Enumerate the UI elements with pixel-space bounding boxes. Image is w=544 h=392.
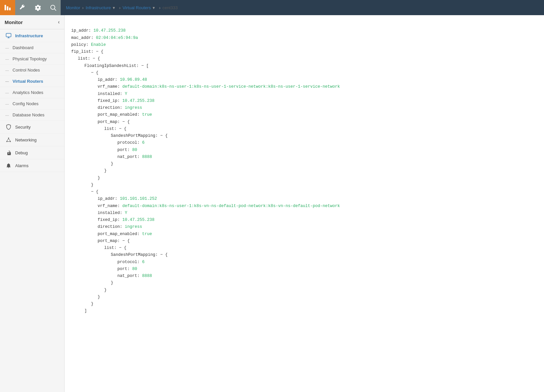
breadcrumb-sep-1: › [82,5,83,10]
sidebar-title: Monitor [5,19,23,25]
svg-line-4 [54,9,56,11]
line-portmap-enabled2: port_map_enabled: true [71,232,152,236]
monitor-button[interactable] [0,0,15,15]
line-proto2: protocol: 6 [71,260,145,264]
breadcrumb-current: cent333 [163,5,178,10]
sidebar-item-alarms[interactable]: Alarms [0,159,64,172]
sidebar-item-debug[interactable]: Debug [0,146,64,159]
computer-icon [5,33,13,39]
sidebar-security-label: Security [15,125,31,130]
settings-button[interactable] [30,0,45,15]
line-vrf2: vrf_name: default-domain:k8s-ns-user-1:k… [71,204,340,208]
sidebar-header: Monitor ‹ [0,15,64,29]
line-close4: } [71,176,100,180]
line-policy: policy: Enable [71,43,106,47]
line-floating: FloatingIpSandeshList: − [ [71,64,149,68]
line-ip-addr: ip_addr: 10.47.255.238 [71,28,126,33]
svg-rect-1 [7,6,9,10]
breadcrumb-sep-2: ▾ [113,5,115,10]
sidebar-item-config-nodes[interactable]: Config Nodes [0,98,64,109]
line-installed1: installed: Y [71,92,127,96]
configure-button[interactable] [15,0,30,15]
breadcrumb-virtual-routers[interactable]: Virtual Routers [123,5,151,10]
line-dash2: − { [71,190,99,194]
svg-rect-0 [5,5,6,11]
sidebar-alarms-label: Alarms [15,163,28,168]
line-vrf1: vrf_name: default-domain:k8s-ns-user-1:k… [71,84,340,89]
line-ip2: ip_addr: 101.101.101.252 [71,196,157,201]
sidebar-item-infrastructure[interactable]: Infrastructure [0,29,64,42]
line-close-bracket: ] [71,309,87,313]
bell-icon [5,163,13,168]
puzzle-icon [5,150,13,156]
line-direction2: direction: ingress [71,225,142,229]
svg-line-12 [9,138,10,141]
line-installed2: installed: Y [71,211,127,215]
svg-line-11 [7,138,9,141]
breadcrumb-infrastructure[interactable]: Infrastructure [86,5,111,10]
line-port2: port: 80 [71,267,137,271]
shield-icon [5,124,13,130]
breadcrumb-monitor[interactable]: Monitor [66,5,80,10]
line-close3: } [71,183,94,187]
line-close5: } [71,168,107,173]
sidebar-debug-label: Debug [15,150,28,155]
line-fip-list: fip_list: − { [71,49,104,54]
line-close5b: } [71,288,107,292]
breadcrumb-sep-5: › [159,5,160,10]
line-ip1: ip_addr: 10.96.89.48 [71,77,147,82]
line-close6b: } [71,281,113,285]
svg-rect-5 [6,33,11,37]
breadcrumb: Monitor › Infrastructure ▾ › Virtual Rou… [61,0,544,15]
svg-rect-2 [9,8,11,10]
sidebar: Monitor ‹ Infrastructure Dashboard Physi… [0,15,65,392]
line-dash1: − { [71,71,99,75]
line-port1: port: 80 [71,148,137,152]
sidebar-item-virtual-routers[interactable]: Virtual Routers [0,76,64,87]
line-close6: } [71,162,113,166]
line-close3b: } [71,302,94,306]
sidebar-item-analytics-nodes[interactable]: Analytics Nodes [0,87,64,98]
line-natport1: nat_port: 8888 [71,155,152,159]
sidebar-networking-label: Networking [15,137,37,142]
breadcrumb-sep-3: › [119,5,120,10]
svg-point-8 [8,137,9,138]
line-sandesh2: SandeshPortMapping: − { [71,253,168,257]
sidebar-item-database-nodes[interactable]: Database Nodes [0,109,64,121]
svg-point-3 [51,5,55,10]
content-area: ip_addr: 10.47.255.238 mac_addr: 02:04:0… [65,15,544,392]
line-fixed1: fixed_ip: 10.47.255.238 [71,99,155,103]
line-portmap2: port_map: − { [71,239,130,243]
network-icon [5,137,13,143]
line-mac-addr: mac_addr: 02:04:04:e5:94:9a [71,36,138,40]
line-proto1: protocol: 6 [71,140,145,145]
code-content: ip_addr: 10.47.255.238 mac_addr: 02:04:0… [71,20,537,322]
line-portmap-enabled1: port_map_enabled: true [71,112,152,117]
sidebar-item-networking[interactable]: Networking [0,134,64,146]
line-list1: list: − { [71,56,100,61]
search-button[interactable] [45,0,61,15]
sidebar-item-physical-topology[interactable]: Physical Topology [0,53,64,65]
line-close4b: } [71,295,100,299]
breadcrumb-sep-4: ▾ [153,5,155,10]
sidebar-infrastructure-label: Infrastructure [15,33,43,38]
line-direction1: direction: ingress [71,106,142,110]
line-sandesh1: SandeshPortMapping: − { [71,134,168,138]
sidebar-collapse-button[interactable]: ‹ [58,19,60,25]
sidebar-item-security[interactable]: Security [0,121,64,134]
line-list2: list: − { [71,127,127,131]
line-fixed2: fixed_ip: 10.47.255.238 [71,218,155,222]
sidebar-item-control-nodes[interactable]: Control Nodes [0,65,64,76]
line-natport2: nat_port: 8888 [71,274,152,278]
main-layout: Monitor ‹ Infrastructure Dashboard Physi… [0,15,544,392]
sidebar-item-dashboard[interactable]: Dashboard [0,42,64,53]
line-list3: list: − { [71,246,127,250]
top-toolbar: Monitor › Infrastructure ▾ › Virtual Rou… [0,0,544,15]
line-portmap1: port_map: − { [71,120,130,124]
